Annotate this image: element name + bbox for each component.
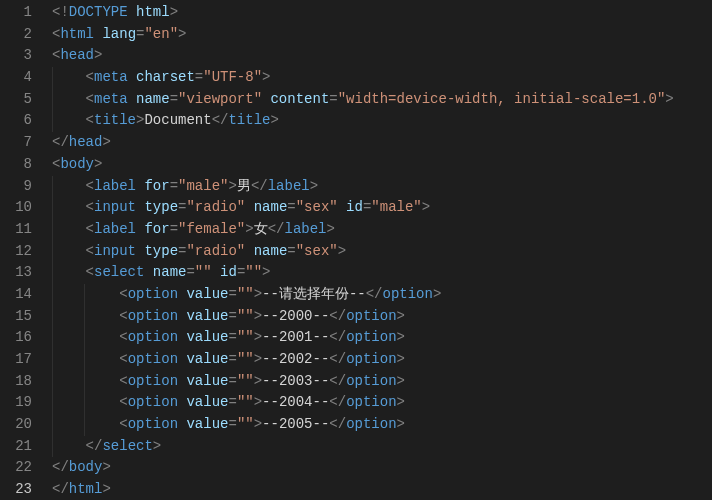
token-at: name [136, 91, 170, 107]
indent-guide [52, 89, 53, 111]
token-tx: --2000-- [262, 308, 329, 324]
code-line[interactable]: <input type="radio" name="sex"> [52, 241, 712, 263]
token-p: = [228, 373, 236, 389]
token-at: value [186, 416, 228, 432]
token-st: "" [237, 416, 254, 432]
line-number: 12 [0, 241, 32, 263]
code-line[interactable]: <!DOCTYPE html> [52, 2, 712, 24]
token-tg: head [69, 134, 103, 150]
code-line[interactable]: <option value="">--2002--</option> [52, 349, 712, 371]
code-line[interactable]: <option value="">--2000--</option> [52, 306, 712, 328]
indent-whitespace [52, 308, 119, 324]
code-line[interactable]: <label for="female">女</label> [52, 219, 712, 241]
token-st: "" [237, 394, 254, 410]
line-number: 2 [0, 24, 32, 46]
code-line[interactable]: <option value="">--请选择年份--</option> [52, 284, 712, 306]
token-p: = [228, 351, 236, 367]
token-p: </ [52, 134, 69, 150]
code-line[interactable]: </body> [52, 457, 712, 479]
token-p: </ [212, 112, 229, 128]
token-p: > [254, 416, 262, 432]
indent-whitespace [52, 243, 86, 259]
token-p: > [433, 286, 441, 302]
code-editor-area[interactable]: <!DOCTYPE html><html lang="en"><head> <m… [44, 0, 712, 500]
token-p: = [228, 416, 236, 432]
indent-whitespace [52, 112, 86, 128]
indent-whitespace [52, 373, 119, 389]
code-line[interactable]: <head> [52, 45, 712, 67]
token-at: charset [136, 69, 195, 85]
token-p: > [397, 416, 405, 432]
code-line[interactable]: <title>Document</title> [52, 110, 712, 132]
token-tx [245, 243, 253, 259]
line-number: 7 [0, 132, 32, 154]
indent-guide [52, 284, 53, 306]
token-tg: option [346, 351, 396, 367]
token-st: "" [237, 286, 254, 302]
token-tx [128, 91, 136, 107]
indent-whitespace [52, 199, 86, 215]
token-tx: --请选择年份-- [262, 286, 366, 302]
code-line[interactable]: </html> [52, 479, 712, 500]
code-line[interactable]: <input type="radio" name="sex" id="male"… [52, 197, 712, 219]
code-line[interactable]: <label for="male">男</label> [52, 176, 712, 198]
indent-guide [52, 327, 53, 349]
token-p: </ [329, 329, 346, 345]
token-p: = [287, 243, 295, 259]
indent-guide [52, 241, 53, 263]
token-tx [212, 264, 220, 280]
token-p: > [170, 4, 178, 20]
token-p: > [665, 91, 673, 107]
token-tx: Document [144, 112, 211, 128]
token-tg: option [128, 286, 178, 302]
token-p: = [170, 91, 178, 107]
token-p: > [262, 264, 270, 280]
code-line[interactable]: <html lang="en"> [52, 24, 712, 46]
token-at: value [186, 373, 228, 389]
token-p: > [338, 243, 346, 259]
token-tg: html [60, 26, 94, 42]
token-tg: label [94, 178, 136, 194]
token-tg: meta [94, 69, 128, 85]
token-tg: option [128, 329, 178, 345]
token-st: "sex" [296, 243, 338, 259]
token-tg: body [69, 459, 103, 475]
token-st: "" [195, 264, 212, 280]
indent-whitespace [52, 416, 119, 432]
token-tg: label [285, 221, 327, 237]
line-number: 9 [0, 176, 32, 198]
token-p: > [262, 69, 270, 85]
line-number: 3 [0, 45, 32, 67]
code-line[interactable]: <meta name="viewport" content="width=dev… [52, 89, 712, 111]
token-tx: 女 [254, 221, 268, 237]
line-number-gutter: 1234567891011121314151617181920212223 [0, 0, 44, 500]
indent-guide [52, 392, 53, 414]
line-number: 18 [0, 371, 32, 393]
code-line[interactable]: <select name="" id=""> [52, 262, 712, 284]
token-at: lang [102, 26, 136, 42]
code-line[interactable]: </head> [52, 132, 712, 154]
token-p: </ [86, 438, 103, 454]
indent-whitespace [52, 329, 119, 345]
line-number: 22 [0, 457, 32, 479]
code-line[interactable]: <body> [52, 154, 712, 176]
token-p: > [254, 351, 262, 367]
token-p: </ [329, 373, 346, 389]
line-number: 6 [0, 110, 32, 132]
token-p: < [119, 416, 127, 432]
token-p: > [270, 112, 278, 128]
token-st: "female" [178, 221, 245, 237]
indent-guide [84, 306, 85, 328]
token-st: "radio" [186, 243, 245, 259]
token-tx [144, 264, 152, 280]
code-line[interactable]: <option value="">--2004--</option> [52, 392, 712, 414]
code-line[interactable]: <option value="">--2001--</option> [52, 327, 712, 349]
code-line[interactable]: </select> [52, 436, 712, 458]
code-line[interactable]: <option value="">--2005--</option> [52, 414, 712, 436]
indent-guide [52, 110, 53, 132]
token-p: </ [251, 178, 268, 194]
code-line[interactable]: <meta charset="UTF-8"> [52, 67, 712, 89]
token-st: "radio" [186, 199, 245, 215]
indent-whitespace [52, 264, 86, 280]
code-line[interactable]: <option value="">--2003--</option> [52, 371, 712, 393]
